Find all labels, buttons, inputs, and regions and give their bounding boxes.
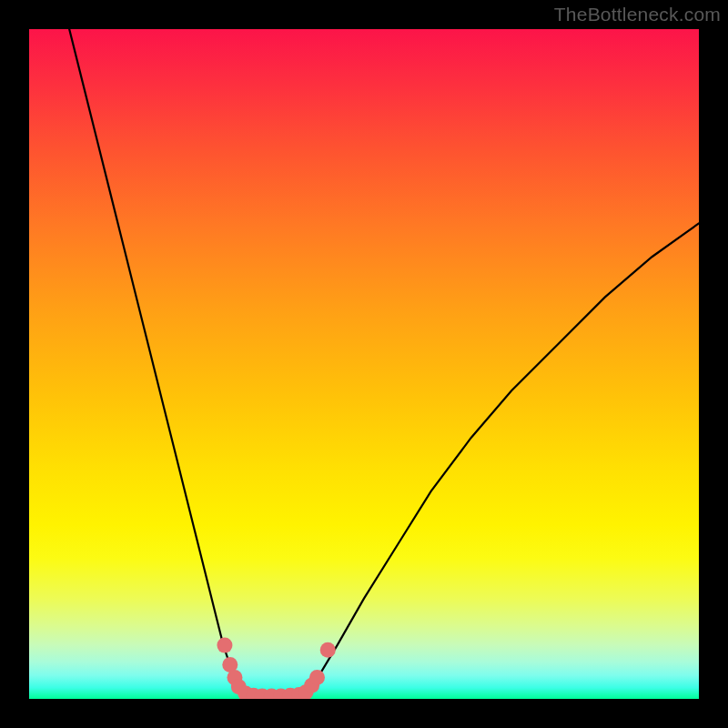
marker-dot — [320, 642, 336, 658]
chart-svg — [29, 29, 699, 699]
marker-dot — [309, 670, 325, 685]
plot-area — [29, 29, 699, 699]
marker-dots — [217, 638, 335, 699]
chart-frame: TheBottleneck.com — [0, 0, 728, 728]
attribution-label: TheBottleneck.com — [554, 4, 721, 25]
bottleneck-curve — [69, 29, 699, 698]
marker-dot — [217, 638, 232, 653]
curve-lines — [69, 29, 699, 698]
